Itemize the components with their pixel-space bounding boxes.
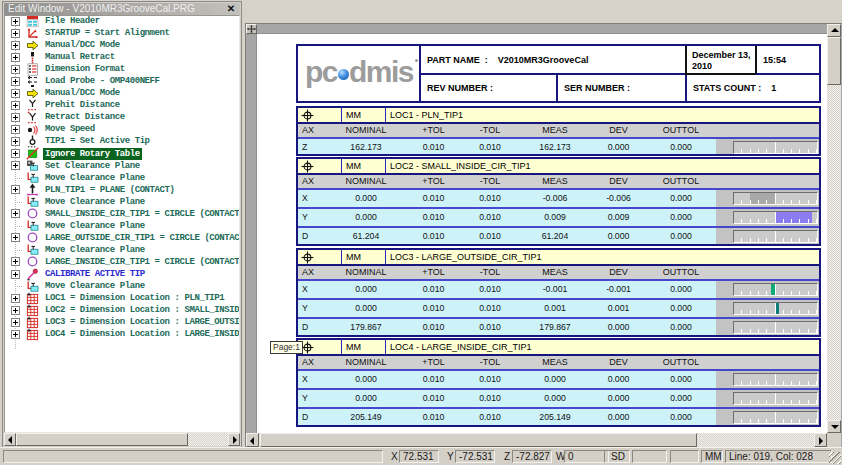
tree-row-label[interactable]: CALIBRATE ACTIVE TIP — [43, 268, 147, 280]
tree-row-label[interactable]: Move Clearance Plane — [43, 172, 147, 184]
tree-row[interactable]: LARGE_INSIDE_CIR_TIP1 = CIRCLE (CONTACT — [5, 256, 239, 268]
expand-plus-icon[interactable] — [11, 53, 20, 62]
tree-row[interactable]: SMALL_INSIDE_CIR_TIP1 = CIRCLE (CONTACT — [5, 208, 239, 220]
tree-row[interactable]: Retract Distance — [5, 111, 239, 123]
expand-plus-icon[interactable] — [11, 125, 20, 134]
tree-row-label[interactable]: Set Clearance Plane — [43, 160, 142, 172]
tree-row-label[interactable]: LOC3 = Dimension Location : LARGE_OUTSID — [43, 316, 240, 328]
tree-row[interactable]: Manual Retract — [5, 51, 239, 63]
scroll-right-button[interactable] — [228, 433, 240, 446]
tree-row-label[interactable]: Prehit Distance — [43, 99, 122, 111]
expand-plus-icon[interactable] — [11, 41, 20, 50]
tree-row-label[interactable]: Move Clearance Plane — [43, 220, 147, 232]
expand-plus-icon[interactable] — [11, 270, 20, 279]
tree-row[interactable]: File Header — [5, 15, 239, 27]
status-bar: X 72.531 Y -72.531 Z -72.827 W 0 SD MM L… — [0, 447, 842, 465]
tree-row-label[interactable]: Manual/DCC Mode — [43, 39, 122, 51]
edit-window-titlebar[interactable]: Edit Window - V2010MR3GrooveCal.PRG ✕ — [4, 3, 240, 15]
tree-row[interactable]: Move Clearance Plane — [5, 172, 239, 184]
tree-row[interactable]: Load Probe - OMP400NEFF — [5, 75, 239, 87]
tree-row-label[interactable]: Dimension Format — [43, 63, 127, 75]
scroll-thumb[interactable] — [260, 433, 697, 447]
tree-row-label[interactable]: Retract Distance — [43, 111, 127, 123]
scroll-left-button[interactable] — [246, 433, 259, 447]
close-icon[interactable]: ✕ — [225, 3, 237, 15]
tree-row[interactable]: TIP1 = Set Active Tip — [5, 135, 239, 147]
tree-row-label[interactable]: Move Speed — [43, 123, 97, 135]
expand-plus-icon[interactable] — [11, 318, 20, 327]
deviation-bargraph — [733, 230, 818, 243]
tree-row-label[interactable]: Move Clearance Plane — [43, 244, 147, 256]
scroll-down-button[interactable] — [827, 420, 841, 433]
scroll-right-button[interactable] — [814, 433, 827, 447]
report-hscrollbar[interactable] — [246, 433, 827, 447]
scroll-track[interactable] — [827, 37, 841, 420]
tree-row-label[interactable]: SMALL_INSIDE_CIR_TIP1 = CIRCLE (CONTACT — [43, 208, 240, 220]
expand-plus-icon[interactable] — [11, 89, 20, 98]
expand-plus-icon[interactable] — [11, 101, 20, 110]
tree-row-label[interactable]: LOC4 = Dimension Location : LARGE_INSIDE — [43, 328, 240, 340]
tree-row[interactable]: STARTUP = Start Alignment — [5, 27, 239, 39]
tree-row[interactable]: Set Clearance Plane — [5, 160, 239, 172]
tree-row[interactable]: Move Clearance Plane — [5, 220, 239, 232]
tree-row[interactable]: Move Clearance Plane — [5, 244, 239, 256]
tree-row-label[interactable]: File Header — [43, 15, 102, 27]
tree-row[interactable]: Prehit Distance — [5, 99, 239, 111]
expand-plus-icon[interactable] — [11, 137, 20, 146]
resize-grip[interactable] — [829, 452, 841, 464]
logo-text-dmis: dmis — [349, 55, 413, 88]
scroll-up-button[interactable] — [827, 24, 841, 37]
move-handle-icon[interactable] — [246, 24, 257, 34]
bargraph-centerline — [775, 393, 776, 404]
tree-row[interactable]: Manual/DCC Mode — [5, 39, 239, 51]
tree-row[interactable]: Move Speed — [5, 123, 239, 135]
expand-plus-icon[interactable] — [11, 185, 20, 194]
prehit-icon — [26, 99, 39, 112]
tree-row[interactable]: Manual/DCC Mode — [5, 87, 239, 99]
tree-row-label[interactable]: STARTUP = Start Alignment — [43, 27, 172, 39]
tree-row[interactable]: Move Clearance Plane — [5, 280, 239, 292]
tree-row[interactable]: LOC2 = Dimension Location : SMALL_INSIDE — [5, 304, 239, 316]
tree-row[interactable]: LOC4 = Dimension Location : LARGE_INSIDE — [5, 328, 239, 340]
tree-row-label[interactable]: TIP1 = Set Active Tip — [43, 135, 152, 147]
col-nominal: NOMINAL — [326, 266, 406, 279]
tree-row-label[interactable]: PLN_TIP1 = PLANE (CONTACT) — [43, 184, 177, 196]
expand-plus-icon[interactable] — [11, 29, 20, 38]
tree-row-label[interactable]: Ignore Rotary Table — [43, 148, 142, 160]
expand-plus-icon[interactable] — [11, 233, 20, 242]
tree-row-label[interactable]: LOC1 = Dimension Location : PLN_TIP1 — [43, 292, 226, 304]
tree-row[interactable]: LOC3 = Dimension Location : LARGE_OUTSID — [5, 316, 239, 328]
tree-row-label[interactable]: Manual Retract — [43, 51, 117, 63]
scroll-left-button[interactable] — [4, 433, 16, 446]
tree-row-label[interactable]: Load Probe - OMP400NEFF — [43, 75, 162, 87]
tree-row[interactable]: Ignore Rotary Table — [5, 148, 239, 160]
plane-feature-icon — [26, 183, 39, 196]
expand-plus-icon[interactable] — [11, 294, 20, 303]
expand-plus-icon[interactable] — [11, 65, 20, 74]
tree-row[interactable]: LOC1 = Dimension Location : PLN_TIP1 — [5, 292, 239, 304]
expand-plus-icon[interactable] — [11, 161, 20, 170]
tree-row-label[interactable]: Manual/DCC Mode — [43, 87, 122, 99]
scroll-thumb[interactable] — [827, 37, 841, 85]
tree-row[interactable]: Dimension Format — [5, 63, 239, 75]
tree-row-label[interactable]: Move Clearance Plane — [43, 196, 147, 208]
tree-row[interactable]: CALIBRATE ACTIVE TIP — [5, 268, 239, 280]
report-vscrollbar[interactable] — [827, 24, 841, 433]
expand-plus-icon[interactable] — [11, 330, 20, 339]
tree-row-label[interactable]: LOC2 = Dimension Location : SMALL_INSIDE — [43, 304, 240, 316]
tree-row[interactable]: LARGE_OUTSIDE_CIR_TIP1 = CIRCLE (CONTACT — [5, 232, 239, 244]
tree-row-label[interactable]: LARGE_OUTSIDE_CIR_TIP1 = CIRCLE (CONTACT — [43, 232, 240, 244]
expand-plus-icon[interactable] — [11, 17, 20, 26]
tree-row[interactable]: PLN_TIP1 = PLANE (CONTACT) — [5, 184, 239, 196]
tree-row-label[interactable]: LARGE_INSIDE_CIR_TIP1 = CIRCLE (CONTACT — [43, 256, 240, 268]
expand-plus-icon[interactable] — [11, 77, 20, 86]
expand-plus-icon[interactable] — [11, 113, 20, 122]
expand-plus-icon[interactable] — [11, 209, 20, 218]
expand-plus-icon[interactable] — [11, 149, 20, 158]
expand-plus-icon[interactable] — [11, 306, 20, 315]
scroll-thumb[interactable] — [16, 433, 188, 446]
tree-row[interactable]: Move Clearance Plane — [5, 196, 239, 208]
edit-window-hscrollbar[interactable] — [4, 433, 240, 446]
expand-plus-icon[interactable] — [11, 257, 20, 266]
tree-row-label[interactable]: Move Clearance Plane — [43, 280, 147, 292]
